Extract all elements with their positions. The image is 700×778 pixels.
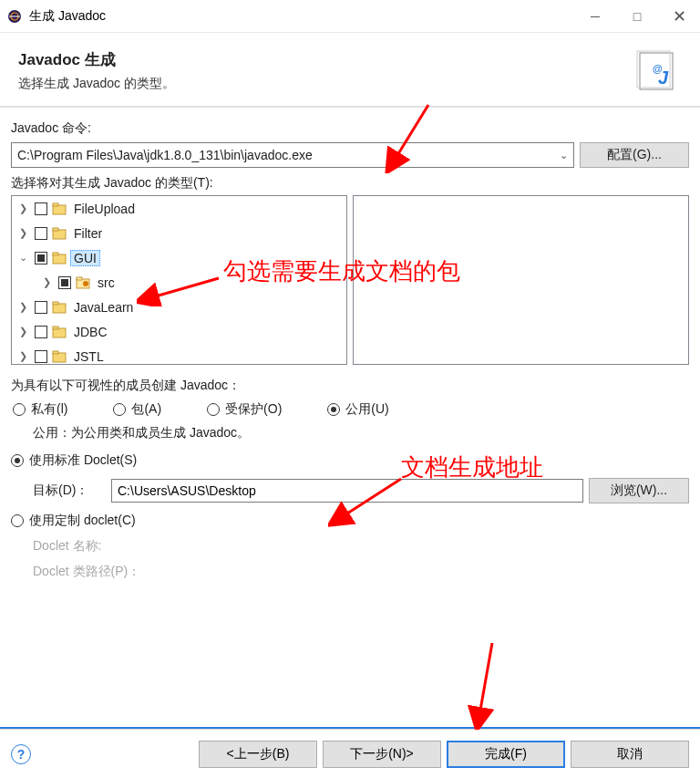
finish-button[interactable]: 完成(F) — [447, 741, 565, 768]
checkbox[interactable] — [35, 227, 47, 240]
page-title: Javadoc 生成 — [18, 49, 620, 70]
tree-item-javalearn[interactable]: ❯JavaLearn — [12, 295, 346, 319]
tree-item-gui[interactable]: ⌄GUI — [12, 245, 346, 270]
javadoc-icon: @ J — [629, 49, 682, 93]
project-folder-icon — [52, 350, 67, 363]
svg-rect-8 — [53, 203, 58, 206]
close-button[interactable]: ✕ — [658, 0, 700, 33]
tree-item-jdbc[interactable]: ❯JDBC — [12, 319, 346, 344]
project-folder-icon — [52, 227, 67, 240]
visibility-label: 为具有以下可视性的成员创建 Javadoc： — [11, 378, 689, 394]
src-folder-icon — [76, 276, 90, 289]
checkbox[interactable] — [35, 350, 47, 363]
svg-rect-19 — [53, 327, 58, 329]
cancel-button[interactable]: 取消 — [571, 741, 689, 768]
tree-item-label: FileUpload — [70, 201, 139, 217]
project-folder-icon — [52, 326, 67, 338]
project-tree[interactable]: ❯FileUpload❯Filter⌄GUI❯src❯JavaLearn❯JDB… — [11, 195, 347, 365]
checkbox[interactable] — [35, 202, 47, 215]
maximize-button[interactable]: □ — [616, 0, 658, 33]
target-label: 目标(D)： — [33, 482, 106, 499]
tree-item-src[interactable]: ❯src — [12, 270, 346, 295]
tree-item-label: GUI — [70, 250, 100, 266]
browse-button[interactable]: 浏览(W)... — [589, 478, 689, 503]
checkbox[interactable] — [35, 301, 47, 314]
tree-item-label: JavaLearn — [70, 299, 137, 316]
expand-icon[interactable]: ❯ — [15, 227, 30, 239]
javadoc-command-label: Javadoc 命令: — [11, 120, 689, 137]
minimize-button[interactable]: ─ — [574, 0, 616, 33]
project-folder-icon — [52, 252, 67, 265]
svg-point-15 — [83, 281, 88, 286]
chevron-down-icon: ⌄ — [560, 150, 568, 161]
checkbox[interactable] — [35, 326, 47, 338]
svg-rect-21 — [53, 351, 58, 354]
tree-item-filter[interactable]: ❯Filter — [12, 221, 346, 245]
tree-item-label: src — [94, 275, 118, 291]
wizard-footer: ? <上一步(B) 下一步(N)> 完成(F) 取消 — [0, 729, 700, 778]
expand-icon[interactable]: ❯ — [15, 202, 30, 214]
radio-private[interactable]: 私有(l) — [13, 401, 67, 418]
expand-icon[interactable]: ⌄ — [15, 252, 30, 264]
javadoc-command-combo[interactable]: C:\Program Files\Java\jdk1.8.0_131\bin\j… — [11, 142, 574, 168]
svg-rect-10 — [53, 228, 58, 231]
project-folder-icon — [52, 301, 67, 314]
eclipse-icon — [7, 9, 22, 24]
tree-item-label: JSTL — [70, 348, 108, 365]
radio-public[interactable]: 公用(U) — [327, 401, 388, 418]
tree-item-fileupload[interactable]: ❯FileUpload — [12, 196, 346, 221]
expand-icon[interactable]: ❯ — [15, 326, 30, 337]
help-button[interactable]: ? — [11, 744, 31, 764]
packages-list[interactable] — [353, 195, 689, 365]
expand-icon[interactable]: ❯ — [15, 301, 30, 313]
svg-rect-14 — [77, 277, 82, 280]
radio-protected[interactable]: 受保护(O) — [207, 401, 282, 418]
checkbox[interactable] — [58, 276, 71, 289]
radio-standard-doclet[interactable]: 使用标准 Doclet(S) — [11, 452, 689, 469]
types-label: 选择将对其生成 Javadoc 的类型(T): — [11, 175, 689, 192]
radio-package[interactable]: 包(A) — [113, 401, 161, 418]
doclet-classpath-label: Doclet 类路径(P)： — [33, 564, 170, 580]
checkbox[interactable] — [35, 252, 47, 265]
dialog-header: Javadoc 生成 选择生成 Javadoc 的类型。 @ J — [0, 33, 700, 106]
svg-text:J: J — [658, 67, 669, 88]
target-input[interactable] — [111, 479, 583, 503]
expand-icon[interactable]: ❯ — [39, 276, 54, 288]
configure-button[interactable]: 配置(G)... — [580, 142, 689, 168]
project-folder-icon — [52, 202, 67, 215]
visibility-description: 公用：为公用类和成员生成 Javadoc。 — [11, 425, 689, 441]
tree-item-label: Filter — [70, 225, 106, 242]
arrow-icon — [465, 638, 501, 730]
expand-icon[interactable]: ❯ — [15, 350, 30, 362]
tree-item-jstl[interactable]: ❯JSTL — [12, 344, 346, 365]
svg-rect-17 — [53, 302, 58, 305]
window-title: 生成 Javadoc — [29, 8, 574, 25]
title-bar: 生成 Javadoc ─ □ ✕ — [0, 0, 700, 33]
svg-rect-12 — [53, 253, 58, 255]
svg-line-29 — [479, 643, 492, 721]
page-subtitle: 选择生成 Javadoc 的类型。 — [18, 76, 620, 92]
doclet-name-label: Doclet 名称: — [33, 538, 170, 555]
radio-custom-doclet[interactable]: 使用定制 doclet(C) — [11, 513, 689, 529]
tree-item-label: JDBC — [70, 324, 111, 340]
back-button[interactable]: <上一步(B) — [199, 741, 317, 768]
next-button[interactable]: 下一步(N)> — [323, 741, 441, 768]
